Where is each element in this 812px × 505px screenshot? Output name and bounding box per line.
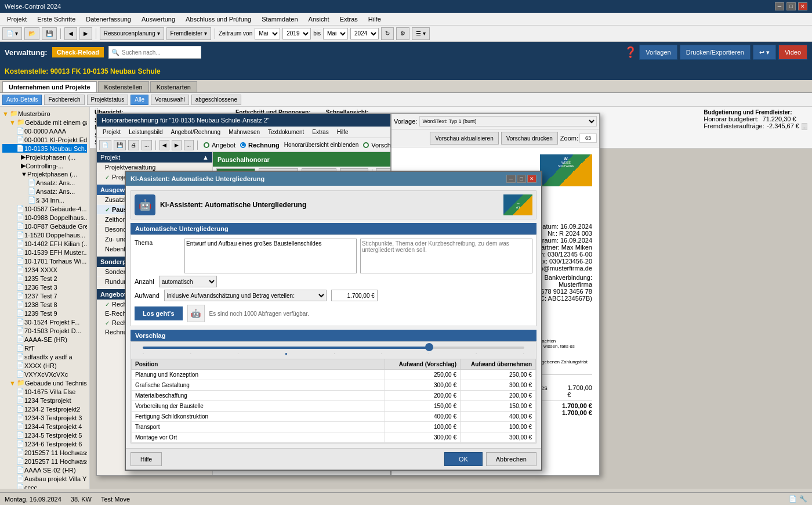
tree-item-26[interactable]: 📄 sdfasdfx y asdf a <box>2 352 87 361</box>
aufwand-betrag-input[interactable] <box>331 290 378 301</box>
tree-item-12[interactable]: 📄 1-1520 Doppelhaus... <box>2 230 87 239</box>
tree-gebaeude-tech[interactable]: ▼📁 Gebäude und Technische... <box>2 378 87 387</box>
forward-btn[interactable]: ▶ <box>79 27 92 40</box>
filter-vorauswahl[interactable]: Vorauswahl <box>151 95 189 105</box>
minimize-btn[interactable]: ─ <box>775 2 784 10</box>
tree-item-24[interactable]: 📄 AAAA-SE (HR) <box>2 335 87 344</box>
table-row[interactable]: Materialbeschaffung 200,00 € 200,00 € <box>132 391 536 401</box>
menu-erste-schritte[interactable]: Erste Schritte <box>32 15 80 24</box>
inner-tool-dots[interactable]: ... <box>142 140 152 150</box>
slider-thumb[interactable] <box>425 343 433 351</box>
rechnung-radio[interactable]: Rechnung <box>240 142 280 149</box>
menu-auswertung[interactable]: Auswertung <box>137 15 180 24</box>
ki-maximize-btn[interactable]: □ <box>517 175 526 183</box>
back-btn[interactable]: ◀ <box>64 27 77 40</box>
tree-gebaeude[interactable]: ▼📁 Gebäude mit einem gam... <box>2 118 87 127</box>
inner-tool-3[interactable]: 🖨 <box>128 140 139 150</box>
inner-menu-angebot[interactable]: Angebot/Rechnung <box>168 128 224 136</box>
tree-item-19[interactable]: 📄 1237 Test 7 <box>2 291 87 300</box>
tree-item-27[interactable]: 📄 XXXX (HR) <box>2 361 87 370</box>
tree-item-23[interactable]: 📄 70-1503 Projekt D... <box>2 326 87 335</box>
anzahl-select[interactable]: automatisch 3 5 10 <box>159 276 217 287</box>
tree-item-33[interactable]: 📄 1234-3 Testprojekt 3 <box>2 413 87 422</box>
search-input[interactable] <box>122 49 198 56</box>
tab-unternehmen[interactable]: Unternehmen und Projekte <box>2 81 97 92</box>
table-row[interactable]: Transport 100,00 € 100,00 € <box>132 422 536 432</box>
tree-item-9[interactable]: 📄 10-0587 Gebäude-4... <box>2 204 87 213</box>
tree-item-10[interactable]: 📄 10-0988 Doppelhaus... <box>2 213 87 222</box>
tree-item-31[interactable]: 📄 1234 Testprojekt <box>2 396 87 405</box>
tree-item-3[interactable]: ▶ Projektphasen (... <box>2 153 87 161</box>
tree-item-2[interactable]: 📄 10-0135 Neubau Sch... <box>2 144 87 153</box>
tree-item-35[interactable]: 📄 1234-5 Testprojekt 5 <box>2 431 87 439</box>
tree-item-7[interactable]: 📄 Ansatz: Ans... <box>2 187 87 196</box>
menu-stammdaten[interactable]: Stammdaten <box>257 15 302 24</box>
open-btn[interactable]: 📂 <box>24 27 39 40</box>
ressourcenplanung-btn[interactable]: Ressourcenplanung ▾ <box>100 27 164 40</box>
angebot-radio[interactable]: Angebot <box>204 142 235 149</box>
tree-item-38[interactable]: 📄 2015257 11 Hochwasse... <box>2 457 87 466</box>
settings-icon-btn[interactable]: ⚙ <box>396 27 409 40</box>
ki-ok-btn[interactable]: OK <box>444 452 483 466</box>
tree-item-39[interactable]: 📄 AAAA SE-02 (HR) <box>2 466 87 474</box>
tree-item-6[interactable]: 📄 Ansatz: Ans... <box>2 178 87 187</box>
inner-menu-hilfe[interactable]: Hilfe <box>334 128 352 136</box>
drucken-btn[interactable]: Drucken/Exportieren <box>680 45 751 60</box>
inner-tool-2[interactable]: 💾 <box>114 140 126 150</box>
extra-btn[interactable]: ☰ ▾ <box>412 27 430 40</box>
monat-von-select[interactable]: MaiJanFeb <box>255 28 280 39</box>
maximize-btn[interactable]: □ <box>786 2 796 10</box>
jahr-bis-select[interactable]: 20242023 <box>350 28 379 39</box>
inner-menu-mahnwesen[interactable]: Mahnwesen <box>225 128 263 136</box>
tree-item-37[interactable]: 📄 2015257 11 Hochwasse... <box>2 448 87 457</box>
tree-item-8[interactable]: 📄 § 34 Inn... <box>2 196 87 204</box>
tree-item-11[interactable]: 📄 10-0F87 Gebäude Greifs... <box>2 222 87 230</box>
filter-fachbereich[interactable]: Fachbereich <box>44 95 84 105</box>
tree-item-21[interactable]: 📄 1239 Test 9 <box>2 309 87 318</box>
table-row[interactable]: Grafische Gestaltung 300,00 € 300,00 € <box>132 380 536 391</box>
menu-datenerfassung[interactable]: Datenerfassung <box>81 15 136 24</box>
check-reload-btn[interactable]: Check-Reload <box>52 47 104 57</box>
tab-kostenarten[interactable]: Kostenarten <box>150 81 197 92</box>
ki-minimize-btn[interactable]: ─ <box>506 175 516 183</box>
new-btn[interactable]: 📄 ▾ <box>2 27 22 40</box>
tree-item-4[interactable]: ▶ Controlling-... <box>2 161 87 170</box>
fremdleister-btn[interactable]: Fremdleister ▾ <box>166 27 211 40</box>
tree-item-15[interactable]: 📄 10-1701 Torhaus Wi... <box>2 257 87 265</box>
tree-musterburo[interactable]: ▼📁 Musterbüro <box>2 109 87 118</box>
stichpunkte-textarea[interactable] <box>360 239 532 273</box>
tree-item-36[interactable]: 📄 1234-6 Testprojekt 6 <box>2 439 87 448</box>
menu-ansicht[interactable]: Ansicht <box>304 15 334 24</box>
inner-menu-leistungsbild[interactable]: Leistungsbild <box>125 128 166 136</box>
table-row[interactable]: Montage vor Ort 300,00 € 300,00 € <box>132 432 536 443</box>
tree-item-18[interactable]: 📄 1236 Test 3 <box>2 283 87 291</box>
refresh-btn[interactable]: ↻ <box>381 27 394 40</box>
menu-extras[interactable]: Extras <box>335 15 362 24</box>
monat-bis-select[interactable]: MaiJun <box>323 28 348 39</box>
filter-projektstatus[interactable]: Projektstatus <box>87 95 129 105</box>
tree-item-30[interactable]: 📄 10-1675 Villa Else <box>2 387 87 396</box>
inner-tool-1[interactable]: 📄 <box>99 140 111 150</box>
vorlagen-btn[interactable]: Vorlagen <box>639 45 677 60</box>
table-row[interactable]: Planung und Konzeption 250,00 € 250,00 € <box>132 370 536 380</box>
ki-abbrechen-btn[interactable]: Abbrechen <box>486 452 536 466</box>
undo-btn[interactable]: ↩ ▾ <box>753 45 776 60</box>
inner-tool-5[interactable]: ◀ <box>160 140 169 150</box>
thema-textarea[interactable] <box>184 239 357 273</box>
tree-item-13[interactable]: 📄 10-1402 EFH Kilian (... <box>2 239 87 248</box>
tree-item-5[interactable]: ▼ Projektphasen (... <box>2 170 87 178</box>
save-btn[interactable]: 💾 <box>42 27 57 40</box>
tree-item-34[interactable]: 📄 1234-4 Testprojekt 4 <box>2 422 87 431</box>
tree-item-14[interactable]: 📄 10-1539 EFH Muster... <box>2 248 87 257</box>
menu-hilfe[interactable]: Hilfe <box>364 15 386 24</box>
tree-item-25[interactable]: 📄 RfT <box>2 344 87 352</box>
close-btn[interactable]: ✕ <box>798 2 807 10</box>
filter-alle[interactable]: Alle <box>130 95 148 105</box>
inner-tool-dots2[interactable]: ... <box>184 140 194 150</box>
tree-test-move-lb[interactable]: 📄 cccc <box>2 483 87 489</box>
aufwand-select[interactable]: inklusive Aufwandschätzung und Betrag ve… <box>164 290 327 301</box>
ki-hilfe-btn[interactable]: Hilfe <box>130 452 162 466</box>
video-btn[interactable]: Video <box>778 45 807 60</box>
inner-menu-extras[interactable]: Extras <box>309 128 332 136</box>
fremdleister-expand-btn[interactable]: ... <box>802 123 807 130</box>
